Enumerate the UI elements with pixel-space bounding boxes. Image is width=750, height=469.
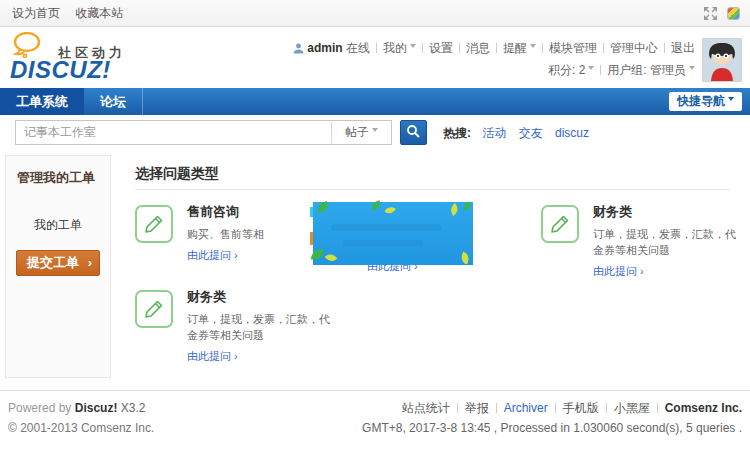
footer-link-comsenz[interactable]: Comsenz Inc.: [665, 401, 742, 415]
quick-nav-label: 快捷导航: [677, 94, 725, 108]
discuz-link[interactable]: Discuz!: [75, 401, 118, 415]
footer-right: 站点统计举报Archiver手机版小黑屋Comsenz Inc. GMT+8, …: [362, 398, 742, 438]
footer-left: Powered by Discuz! X3.2 © 2001-2013 Coms…: [8, 398, 154, 438]
hot-search-label: 热搜:: [443, 126, 471, 140]
search-button[interactable]: [400, 120, 427, 145]
quick-nav-button[interactable]: 快捷导航: [669, 92, 742, 111]
ask-here-link[interactable]: 由此提问: [187, 248, 238, 263]
search-row: 帖子 热搜: 活动 交友 discuz: [0, 115, 750, 152]
user-menu-row-2: 积分: 2用户组: 管理员: [293, 60, 695, 80]
fullscreen-icon[interactable]: [704, 7, 717, 20]
leaf-decoration: [371, 199, 385, 212]
leaf-decoration: [463, 200, 475, 212]
search-type-dropdown[interactable]: 帖子: [331, 122, 391, 143]
search-input[interactable]: [16, 121, 326, 144]
powered-by: Powered by Discuz! X3.2: [8, 398, 154, 418]
category-title: 财务类: [593, 203, 741, 221]
page: 设为首页 收藏本站: [0, 0, 750, 469]
submit-workorder-label: 提交工单: [27, 255, 79, 270]
chevron-down-icon: [588, 66, 594, 73]
search-box: 帖子: [15, 120, 392, 145]
pencil-icon: [135, 205, 173, 243]
footer: Powered by Discuz! X3.2 © 2001-2013 Coms…: [0, 392, 750, 469]
logo-brand: DISCUZ!: [10, 56, 111, 84]
powered-prefix: Powered by: [8, 401, 71, 415]
category-title: 财务类: [187, 288, 335, 306]
footer-link-mobile[interactable]: 手机版: [563, 401, 599, 415]
username-link[interactable]: admin: [307, 41, 342, 55]
online-status: 在线: [346, 41, 370, 55]
leaf-decoration: [325, 253, 339, 266]
hot-link-discuz[interactable]: discuz: [555, 126, 589, 140]
search-type-label: 帖子: [345, 125, 369, 139]
chevron-down-icon: [689, 66, 695, 73]
footer-link-report[interactable]: 举报: [465, 401, 489, 415]
usergroup-link[interactable]: 用户组: 管理员: [607, 63, 686, 77]
footer-link-archiver[interactable]: Archiver: [504, 401, 548, 415]
leaf-decoration: [459, 249, 474, 264]
chevron-down-icon: [530, 44, 536, 51]
leaf-decoration: [317, 200, 333, 214]
workorder-sidebar: 管理我的工单 我的工单 提交工单: [5, 155, 111, 378]
censor-overlay-image: [313, 202, 473, 265]
discuz-logo[interactable]: 社区动力 DISCUZ!: [10, 30, 160, 86]
pencil-icon: [541, 205, 579, 243]
sidebar-title: 管理我的工单: [17, 169, 110, 187]
menu-logout[interactable]: 退出: [671, 41, 695, 55]
menu-admin-center[interactable]: 管理中心: [610, 41, 658, 55]
category-desc: 订单，提现，发票，汇款，代金券等相关问题: [593, 226, 739, 258]
category-desc: 订单，提现，发票，汇款，代金券等相关问题: [187, 311, 333, 343]
menu-module-admin[interactable]: 模块管理: [549, 41, 597, 55]
pencil-icon: [135, 290, 173, 328]
divider: [135, 189, 730, 190]
leaf-decoration: [449, 201, 463, 216]
search-icon: [406, 124, 421, 139]
credits-link[interactable]: 积分: 2: [548, 63, 585, 77]
chevron-down-icon: [410, 44, 416, 51]
page-title: 选择问题类型: [135, 165, 219, 183]
user-menu-row-1: admin 在线我的设置消息提醒模块管理管理中心退出: [293, 38, 695, 60]
theme-icon[interactable]: [727, 7, 740, 20]
menu-settings[interactable]: 设置: [429, 41, 453, 55]
submit-workorder-button[interactable]: 提交工单: [16, 250, 100, 276]
footer-link-site-stats[interactable]: 站点统计: [402, 401, 450, 415]
version-label: X3.2: [121, 401, 146, 415]
topbar-links: 设为首页 收藏本站: [12, 0, 135, 26]
top-utility-bar: 设为首页 收藏本站: [0, 0, 750, 27]
user-icon: [293, 40, 304, 60]
chevron-down-icon: [728, 97, 734, 104]
hot-link-friends[interactable]: 交友: [519, 126, 543, 140]
footer-stats: GMT+8, 2017-3-8 13:45 , Processed in 1.0…: [362, 418, 742, 438]
tab-forum[interactable]: 论坛: [84, 88, 143, 115]
footer-link-darkroom[interactable]: 小黑屋: [614, 401, 650, 415]
menu-reminders[interactable]: 提醒: [503, 41, 527, 55]
header: 社区动力 DISCUZ! admin 在线我的设置消息提醒模块管理管理中心退出 …: [0, 28, 750, 88]
chevron-down-icon: [372, 128, 378, 135]
copyright: © 2001-2013 Comsenz Inc.: [8, 418, 154, 438]
menu-my[interactable]: 我的: [383, 41, 407, 55]
set-homepage-link[interactable]: 设为首页: [12, 6, 60, 20]
footer-links: 站点统计举报Archiver手机版小黑屋Comsenz Inc.: [362, 398, 742, 418]
bookmark-link[interactable]: 收藏本站: [75, 6, 123, 20]
main-navbar: 工单系统 论坛 快捷导航: [0, 88, 750, 115]
topbar-icons: [704, 7, 740, 21]
sidebar-item-my-workorders[interactable]: 我的工单: [6, 217, 110, 234]
footer-divider: [0, 390, 750, 391]
avatar[interactable]: [702, 38, 742, 82]
menu-messages[interactable]: 消息: [466, 41, 490, 55]
hot-search: 热搜: 活动 交友 discuz: [443, 125, 598, 142]
ask-here-link[interactable]: 由此提问: [187, 349, 238, 364]
user-menu: admin 在线我的设置消息提醒模块管理管理中心退出 积分: 2用户组: 管理员: [293, 38, 695, 80]
hot-link-activity[interactable]: 活动: [482, 126, 506, 140]
leaf-decoration: [385, 204, 398, 219]
ask-here-link[interactable]: 由此提问: [593, 264, 644, 279]
tab-workorder-system[interactable]: 工单系统: [0, 88, 84, 115]
